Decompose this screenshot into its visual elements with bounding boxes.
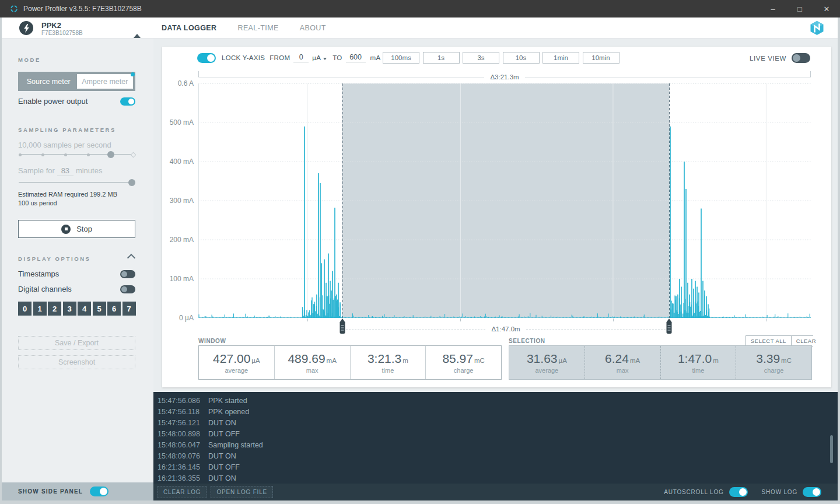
select-all-button[interactable]: SELECT ALL: [746, 336, 791, 346]
log-entry-message: PPK opened: [208, 407, 249, 418]
selection-charge-label: charge: [764, 367, 784, 374]
zoom-button-3s[interactable]: 3s: [463, 52, 499, 64]
window-max-label: max: [306, 367, 318, 374]
app-icon: [10, 5, 18, 13]
channel-button-2[interactable]: 2: [48, 302, 61, 316]
x-axis-tick: [460, 318, 461, 321]
y-axis-tick: 400 mA: [162, 157, 194, 166]
zoom-button-1s[interactable]: 1s: [423, 52, 460, 64]
channel-button-6[interactable]: 6: [107, 302, 121, 316]
log-scrollbar[interactable]: [830, 435, 833, 463]
selection-time-label: time: [692, 367, 704, 374]
clear-log-button[interactable]: CLEAR LOG: [158, 486, 206, 498]
from-unit-dropdown[interactable]: µA: [312, 54, 327, 61]
duration-slider-thumb[interactable]: [128, 179, 135, 186]
channel-buttons: 01234567: [18, 302, 136, 316]
channel-button-1[interactable]: 1: [33, 302, 47, 316]
live-view-toggle[interactable]: [792, 53, 810, 63]
live-view-label: LIVE VIEW: [750, 55, 786, 62]
selection-time-value: 1:47.0m: [678, 352, 719, 366]
close-button[interactable]: ✕: [813, 0, 840, 18]
stop-button-label: Stop: [76, 225, 92, 233]
save-export-button[interactable]: Save / Export: [18, 336, 135, 350]
autoscroll-log-toggle[interactable]: [729, 487, 748, 497]
y-from-input[interactable]: [293, 53, 309, 62]
tab-about[interactable]: ABOUT: [300, 24, 326, 32]
log-entry: 16:21:36.355DUT ON: [153, 473, 838, 484]
digital-channels-toggle[interactable]: [120, 285, 135, 293]
log-panel: 15:47:56.086PPK started15:47:56.118PPK o…: [153, 392, 838, 484]
selection-time-cell: 1:47.0mtime: [660, 346, 736, 379]
y-axis-tick: 0 µA: [162, 313, 194, 323]
selection-stats-box: 31.63µAaverage6.24mAmax1:47.0mtime3.39mC…: [509, 345, 812, 380]
current-chart[interactable]: [198, 83, 811, 318]
channel-button-3[interactable]: 3: [63, 302, 76, 316]
timestamps-label: Timestamps: [18, 270, 59, 278]
window-title: Power Profiler v3.5.5: F7E3B102758B: [23, 5, 142, 13]
enable-power-output-toggle[interactable]: [120, 97, 135, 106]
samples-per-second-slider[interactable]: [19, 151, 135, 158]
selection-left-handle[interactable]: [339, 318, 346, 335]
log-entry-message: PPK started: [208, 396, 247, 407]
from-label: FROM: [270, 54, 290, 61]
selection-charge-value: 3.39mC: [756, 352, 792, 366]
log-entry-time: 15:47:56.118: [158, 407, 208, 418]
eject-device-icon[interactable]: [134, 24, 142, 34]
x-axis-tick: [613, 318, 614, 321]
selection-right-handle[interactable]: [666, 318, 673, 335]
selection-max-cell: 6.24mAmax: [584, 346, 660, 379]
log-entry-time: 16:21:36.355: [158, 473, 208, 484]
y-axis-tick: 0.6 A: [162, 79, 194, 88]
open-log-file-button[interactable]: OPEN LOG FILE: [211, 486, 273, 498]
selection-delta-bracket: Δ1:47.0m: [346, 326, 666, 333]
device-name[interactable]: PPK2: [41, 21, 61, 30]
zoom-button-100ms[interactable]: 100ms: [383, 52, 419, 64]
samples-per-second-label: 10,000 samples per second: [18, 141, 111, 149]
ampere-meter-option[interactable]: Ampere meter: [77, 74, 134, 89]
app-header: PPK2 F7E3B102758B DATA LOGGER REAL-TIME …: [0, 18, 840, 38]
source-meter-option[interactable]: Source meter: [20, 74, 77, 89]
samples-slider-thumb[interactable]: [107, 151, 114, 158]
tab-real-time[interactable]: REAL-TIME: [237, 24, 278, 32]
device-icon: [19, 21, 33, 35]
collapse-chevron-icon[interactable]: [127, 254, 135, 262]
window-charge-value: 85.97mC: [442, 352, 484, 366]
sidebar: MODE Source meter Ampere meter Enable po…: [0, 38, 153, 482]
channel-button-4[interactable]: 4: [78, 302, 91, 316]
zoom-button-1min[interactable]: 1min: [542, 52, 579, 64]
log-entry-time: 15:48:09.076: [158, 451, 208, 462]
stop-button[interactable]: Stop: [18, 220, 135, 238]
log-entry-time: 15:47:56.086: [158, 396, 208, 407]
log-entry-time: 16:21:36.145: [158, 462, 208, 473]
ram-estimate-text: Estimated RAM required 199.2 MB: [18, 191, 117, 198]
titlebar: Power Profiler v3.5.5: F7E3B102758B – □ …: [0, 0, 840, 18]
show-side-panel-toggle[interactable]: [90, 487, 108, 496]
maximize-button[interactable]: □: [786, 0, 813, 18]
sample-minutes-input[interactable]: 83: [57, 166, 74, 176]
channel-button-7[interactable]: 7: [123, 302, 136, 316]
sample-duration-slider[interactable]: [19, 179, 135, 186]
y-axis-tick: 100 mA: [162, 274, 194, 284]
tab-data-logger[interactable]: DATA LOGGER: [162, 24, 216, 32]
channel-button-5[interactable]: 5: [93, 302, 106, 316]
zoom-button-10min[interactable]: 10min: [583, 52, 620, 64]
y-to-input[interactable]: [346, 53, 366, 62]
sampling-section-label: SAMPLING PARAMETERS: [18, 127, 116, 133]
x-axis-tick: [766, 318, 766, 321]
lock-y-axis-toggle[interactable]: [197, 53, 216, 63]
selection-max-value: 6.24mA: [605, 352, 640, 366]
log-entries: 15:47:56.086PPK started15:47:56.118PPK o…: [153, 396, 838, 484]
clear-selection-button[interactable]: CLEAR: [791, 336, 821, 346]
log-entry-message: Sampling started: [208, 440, 263, 451]
channel-button-0[interactable]: 0: [18, 302, 32, 316]
zoom-button-10s[interactable]: 10s: [503, 52, 540, 64]
y-axis-tick: 300 mA: [162, 196, 194, 205]
log-entry-time: 15:48:00.898: [158, 429, 208, 440]
screenshot-button[interactable]: Screenshot: [18, 355, 135, 369]
minimize-button[interactable]: –: [760, 0, 786, 18]
show-log-toggle[interactable]: [803, 487, 821, 497]
live-view-control: LIVE VIEW: [750, 53, 810, 63]
timestamps-toggle[interactable]: [120, 270, 135, 278]
window-frame-right: [838, 18, 840, 504]
stop-icon: [61, 225, 71, 234]
